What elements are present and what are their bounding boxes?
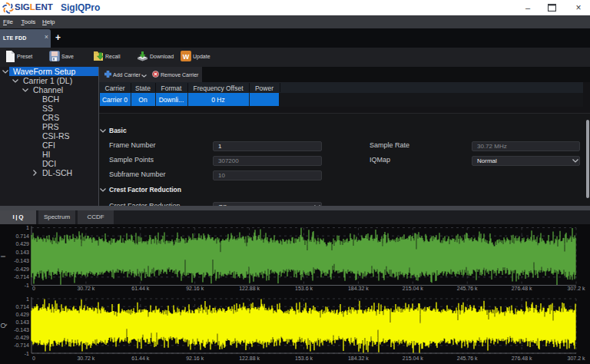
svg-text:153.6 k: 153.6 k: [295, 286, 313, 291]
svg-text:61.44 k: 61.44 k: [131, 286, 149, 291]
svg-text:245.76 k: 245.76 k: [457, 286, 478, 291]
svg-text:1: 1: [26, 296, 29, 302]
svg-text:0.714: 0.714: [15, 233, 29, 239]
svg-text:0: 0: [32, 286, 35, 291]
svg-text:215.04 k: 215.04 k: [403, 356, 423, 361]
svg-text:Q: Q: [0, 323, 7, 328]
svg-text:0.429: 0.429: [15, 312, 29, 317]
svg-text:61.44 k: 61.44 k: [131, 356, 149, 361]
svg-text:122.88 k: 122.88 k: [239, 356, 260, 361]
svg-text:0.714: 0.714: [15, 304, 29, 309]
svg-text:-0.429: -0.429: [14, 266, 29, 272]
svg-text:0.143: 0.143: [15, 319, 29, 325]
svg-text:-0.429: -0.429: [14, 335, 29, 340]
svg-text:W: W: [183, 53, 190, 61]
svg-text:30.72 k: 30.72 k: [77, 356, 94, 361]
svg-text:122.88 k: 122.88 k: [239, 286, 260, 291]
svg-text:307.2 k: 307.2 k: [568, 356, 585, 361]
svg-text:0: 0: [32, 356, 35, 361]
svg-text:-0.714: -0.714: [14, 274, 29, 280]
svg-text:-1: -1: [25, 351, 29, 356]
svg-text:184.32 k: 184.32 k: [348, 286, 369, 291]
svg-text:-0.143: -0.143: [14, 258, 29, 263]
svg-text:-0.143: -0.143: [14, 327, 29, 333]
svg-text:-1: -1: [25, 283, 29, 288]
svg-text:184.32 k: 184.32 k: [348, 356, 369, 361]
svg-text:0.143: 0.143: [15, 250, 29, 255]
svg-text:92.16 k: 92.16 k: [186, 286, 204, 291]
svg-text:276.48 k: 276.48 k: [512, 356, 532, 361]
svg-text:1: 1: [26, 225, 29, 230]
svg-text:0.429: 0.429: [15, 241, 29, 247]
svg-text:245.76 k: 245.76 k: [457, 356, 478, 361]
svg-text:92.16 k: 92.16 k: [186, 356, 204, 361]
svg-text:276.48 k: 276.48 k: [512, 286, 532, 291]
svg-text:-0.714: -0.714: [14, 342, 29, 348]
svg-text:30.72 k: 30.72 k: [77, 286, 94, 291]
svg-text:I: I: [0, 256, 7, 258]
svg-text:153.6 k: 153.6 k: [295, 356, 313, 361]
svg-text:215.04 k: 215.04 k: [403, 286, 423, 291]
svg-text:307.2 k: 307.2 k: [568, 286, 585, 291]
